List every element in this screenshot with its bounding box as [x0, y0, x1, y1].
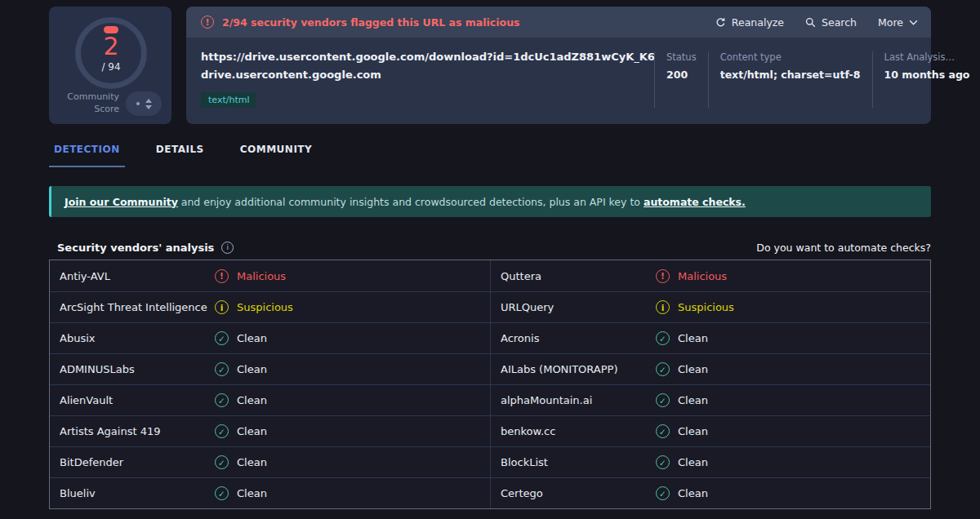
join-community-link[interactable]: Join our Community — [65, 196, 178, 208]
check-circle-icon: ✓ — [656, 455, 670, 469]
status-clean: ✓Clean — [656, 424, 708, 438]
table-row: ADMINUSLabs✓CleanAILabs (MONITORAPP)✓Cle… — [50, 353, 930, 384]
status-clean: ✓Clean — [656, 331, 708, 345]
automate-checks-question[interactable]: Do you want to automate checks? — [756, 242, 931, 254]
check-circle-icon: ✓ — [656, 486, 670, 500]
content-type-tag[interactable]: text/html — [201, 92, 256, 108]
virustotal-url-report: 2 / 94 Community Score ! 2/94 security v… — [0, 0, 980, 519]
vote-down-icon[interactable] — [145, 105, 152, 109]
vendor-cell: ADMINUSLabs✓Clean — [50, 354, 490, 384]
status-label: Clean — [237, 425, 267, 437]
detections-total: / 94 — [101, 61, 120, 73]
chevron-down-icon — [909, 20, 918, 25]
status-label: Clean — [237, 332, 267, 344]
status-label: Clean — [237, 363, 267, 375]
status-label: Clean — [237, 487, 267, 499]
vendors-analysis-table: Antiy-AVL!MaliciousQuttera!MaliciousArcS… — [49, 260, 931, 509]
table-row: Blueliv✓CleanCertego✓Clean — [50, 477, 930, 508]
vendor-cell: BitDefender✓Clean — [50, 447, 490, 477]
status-label: Clean — [237, 456, 267, 468]
detection-score-ring: 2 / 94 — [75, 17, 147, 89]
table-row: ArcSight Threat IntelligenceiSuspiciousU… — [50, 291, 930, 322]
status-label: Suspicious — [237, 301, 293, 313]
url-domain: drive.usercontent.google.com — [201, 69, 654, 81]
vendor-name: Quttera — [501, 270, 656, 282]
tab-details[interactable]: DETAILS — [151, 144, 209, 167]
vendor-cell: Abusix✓Clean — [50, 323, 490, 353]
status-clean: ✓Clean — [656, 362, 708, 376]
status-clean: ✓Clean — [215, 393, 267, 407]
community-score-card: 2 / 94 Community Score — [49, 7, 172, 124]
vendor-name: ADMINUSLabs — [60, 363, 215, 375]
check-circle-icon: ✓ — [215, 362, 229, 376]
last-analysis-value: 10 months ago — [884, 69, 970, 81]
check-circle-icon: ✓ — [215, 455, 229, 469]
vendor-name: benkow.cc — [501, 425, 656, 437]
vendor-name: Abusix — [60, 332, 215, 344]
vendor-cell: URLQueryiSuspicious — [490, 292, 930, 322]
status-value: 200 — [666, 69, 697, 81]
status-clean: ✓Clean — [656, 455, 708, 469]
status-label: Clean — [678, 456, 708, 468]
reanalyze-icon — [715, 17, 726, 28]
content-type-value: text/html; charset=utf-8 — [720, 69, 861, 81]
vendor-name: Artists Against 419 — [60, 425, 215, 437]
status-label: Clean — [678, 394, 708, 406]
status-clean: ✓Clean — [215, 362, 267, 376]
vendor-cell: AILabs (MONITORAPP)✓Clean — [490, 354, 930, 384]
analyzed-url: https://drive.usercontent.google.com/dow… — [201, 51, 654, 63]
vote-widget[interactable] — [126, 91, 162, 116]
vendor-cell: benkow.cc✓Clean — [490, 416, 930, 446]
status-malicious: !Malicious — [656, 269, 727, 283]
search-label: Search — [822, 16, 857, 29]
score-ring-red-segment — [104, 26, 118, 33]
vendor-name: BlockList — [501, 456, 656, 468]
detection-warning-bar: ! 2/94 security vendors flagged this URL… — [186, 7, 931, 38]
status-malicious: !Malicious — [215, 269, 286, 283]
reanalyze-button[interactable]: Reanalyze — [715, 16, 784, 29]
content-type-label: Content type — [720, 51, 861, 63]
status-clean: ✓Clean — [656, 486, 708, 500]
analysis-title: Security vendors' analysis — [57, 242, 214, 254]
vendor-name: Blueliv — [60, 487, 215, 499]
check-circle-icon: ✓ — [656, 331, 670, 345]
more-menu-button[interactable]: More — [878, 16, 918, 29]
analysis-section-header: Security vendors' analysis i Do you want… — [49, 235, 931, 260]
meta-status: Status 200 — [654, 51, 708, 108]
check-circle-icon: ✓ — [215, 393, 229, 407]
check-circle-icon: ✓ — [215, 331, 229, 345]
check-circle-icon: ✓ — [215, 424, 229, 438]
status-label: Suspicious — [678, 301, 734, 313]
search-icon — [805, 17, 816, 28]
last-analysis-label: Last Analysis… — [884, 51, 970, 63]
status-clean: ✓Clean — [215, 424, 267, 438]
alert-circle-icon: ! — [201, 16, 214, 29]
banner-text: and enjoy additional community insights … — [178, 196, 644, 208]
tab-community[interactable]: COMMUNITY — [235, 144, 318, 167]
vendor-cell: Antiy-AVL!Malicious — [50, 260, 490, 291]
status-label: Clean — [237, 394, 267, 406]
info-icon[interactable]: i — [221, 242, 234, 254]
header-actions: Reanalyze Search More — [715, 16, 918, 29]
tab-detection[interactable]: DETECTION — [49, 144, 125, 167]
status-clean: ✓Clean — [215, 455, 267, 469]
exclamation-circle-icon: ! — [215, 269, 229, 283]
vendor-name: Antiy-AVL — [60, 270, 215, 282]
vendor-cell: Artists Against 419✓Clean — [50, 416, 490, 446]
table-row: Abusix✓CleanAcronis✓Clean — [50, 322, 930, 353]
suspicious-info-circle-icon: i — [215, 300, 229, 314]
vote-up-icon[interactable] — [145, 99, 152, 103]
search-button[interactable]: Search — [805, 16, 857, 29]
more-label: More — [878, 16, 903, 29]
join-community-banner: Join our Community and enjoy additional … — [49, 186, 931, 217]
detections-count: 2 — [103, 34, 118, 59]
vendor-cell: Blueliv✓Clean — [50, 478, 490, 508]
status-clean: ✓Clean — [215, 486, 267, 500]
check-circle-icon: ✓ — [215, 486, 229, 500]
check-circle-icon: ✓ — [656, 362, 670, 376]
status-clean: ✓Clean — [656, 393, 708, 407]
vendor-cell: Certego✓Clean — [490, 478, 930, 508]
report-header-card: ! 2/94 security vendors flagged this URL… — [186, 7, 931, 124]
automate-checks-link[interactable]: automate checks. — [644, 196, 746, 208]
exclamation-circle-icon: ! — [656, 269, 670, 283]
